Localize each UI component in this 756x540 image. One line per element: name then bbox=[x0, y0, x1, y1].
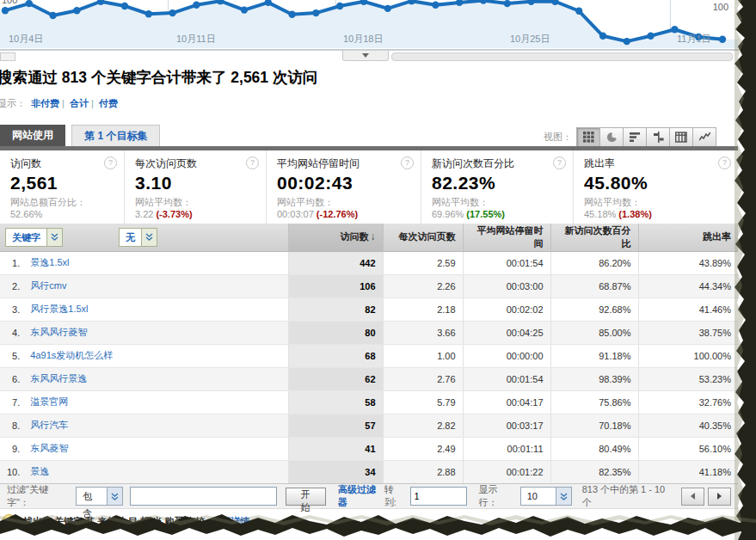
pie-chart-icon bbox=[606, 132, 618, 143]
metric-value: 45.80% bbox=[584, 173, 729, 193]
keyword-link[interactable]: 风行景逸1.5xl bbox=[30, 304, 88, 314]
x-axis-tick-label: 11月1日 bbox=[677, 33, 711, 46]
new-visits-cell: 85.00% bbox=[550, 321, 638, 344]
visits-cell: 80 bbox=[288, 321, 383, 344]
dimension-dropdown-label: 关键字 bbox=[6, 229, 46, 246]
comparison-view-button[interactable] bbox=[646, 127, 670, 147]
show-option-total[interactable]: 合计 bbox=[70, 98, 89, 108]
match-type-select[interactable]: 包含 bbox=[76, 487, 123, 506]
show-option-nonpaid[interactable]: 非付费 bbox=[31, 98, 59, 108]
learn-more-link[interactable]: 了解详情 bbox=[212, 515, 249, 528]
bounce-rate-cell: 41.18% bbox=[638, 460, 738, 483]
bounce-rate-cell: 44.34% bbox=[638, 274, 738, 298]
pages-per-visit-cell: 2.82 bbox=[383, 414, 463, 437]
keyword-link[interactable]: 东风风行菱智 bbox=[30, 327, 87, 337]
goto-label: 转到: bbox=[384, 483, 405, 509]
row-rank: 1. bbox=[0, 251, 23, 274]
pages-per-visit-cell: 2.76 bbox=[383, 367, 463, 390]
performance-view-button[interactable] bbox=[623, 127, 647, 147]
metric-label: 每次访问页数 bbox=[135, 156, 257, 171]
help-icon[interactable]: ? bbox=[718, 156, 731, 169]
avg-time-cell: 00:01:54 bbox=[463, 367, 550, 390]
keyword-link[interactable]: 景逸 bbox=[30, 466, 49, 476]
avg-time-cell: 00:03:00 bbox=[463, 274, 550, 298]
percentage-view-button[interactable] bbox=[599, 127, 624, 147]
help-icon[interactable]: ? bbox=[246, 156, 259, 169]
show-option-paid[interactable]: 付费 bbox=[99, 98, 118, 108]
help-icon[interactable]: ? bbox=[553, 156, 566, 169]
trend-view-button[interactable] bbox=[692, 127, 716, 147]
tab-site-usage[interactable]: 网站使用 bbox=[0, 125, 65, 146]
chart-scrollbar-track[interactable] bbox=[391, 52, 733, 61]
metric-delta: (1.38%) bbox=[618, 209, 652, 219]
keyword-cell: 风行景逸1.5xl bbox=[23, 298, 288, 321]
new-visits-cell: 86.20% bbox=[550, 251, 638, 274]
keyword-link[interactable]: 东风风行景逸 bbox=[30, 373, 87, 384]
visits-trend-chart[interactable]: 100 100 10月4日10月11日10月18日10月25日11月1日 bbox=[0, 0, 756, 50]
column-header-avg-time[interactable]: 平均网站停留时间 bbox=[463, 224, 550, 251]
goto-page-input[interactable] bbox=[410, 487, 467, 506]
filter-keyword-input[interactable] bbox=[130, 487, 277, 506]
table-row: 5. 4a91s发动机怎么样 68 1.00 00:00:00 91.18% 1… bbox=[0, 344, 738, 367]
metric-value: 2,561 bbox=[10, 173, 115, 193]
table-row: 2. 风行cmv 106 2.26 00:03:00 68.87% 44.34% bbox=[0, 274, 738, 298]
advanced-filter-link[interactable]: 高级过滤器 bbox=[338, 483, 384, 509]
bounce-rate-cell: 38.75% bbox=[638, 321, 738, 344]
row-rank: 10. bbox=[0, 460, 23, 483]
secondary-dimension-dropdown[interactable]: 无 bbox=[119, 228, 157, 247]
keyword-link[interactable]: 景逸1.5xl bbox=[30, 257, 69, 267]
column-header-pages-per-visit[interactable]: 每次访问页数 bbox=[383, 224, 463, 251]
keyword-cell: 景逸 bbox=[23, 460, 288, 483]
keyword-link[interactable]: 溢景官网 bbox=[30, 396, 68, 407]
bounce-rate-cell: 40.35% bbox=[638, 414, 738, 437]
avg-time-cell: 00:01:54 bbox=[463, 251, 550, 274]
chart-collapse-button[interactable] bbox=[342, 51, 389, 61]
new-visits-cell: 80.49% bbox=[550, 437, 638, 460]
pages-per-visit-cell: 5.79 bbox=[383, 390, 463, 414]
help-icon[interactable]: ? bbox=[401, 156, 414, 169]
metric-delta: (-3.73%) bbox=[156, 209, 192, 219]
metric-bounce-rate: 跳出率 ? 45.80% 网站平均数：45.18%(1.38%) bbox=[574, 150, 738, 224]
keyword-link[interactable]: 风行汽车 bbox=[30, 420, 68, 430]
keyword-link[interactable]: 风行cmv bbox=[30, 280, 66, 291]
pages-per-visit-cell: 2.88 bbox=[383, 460, 463, 483]
column-header-bounce-rate[interactable]: 跳出率 bbox=[638, 224, 738, 251]
metric-sub-value: 00:03:07 bbox=[277, 209, 314, 219]
x-axis-tick-label: 10月4日 bbox=[9, 33, 43, 46]
table-row: 4. 东风风行菱智 80 3.66 00:04:25 85.00% 38.75% bbox=[0, 321, 738, 344]
help-icon[interactable]: ? bbox=[104, 156, 117, 169]
row-rank: 3. bbox=[0, 298, 23, 321]
chart-scrollbar-thumb[interactable] bbox=[0, 52, 15, 61]
visits-cell: 57 bbox=[288, 414, 383, 437]
avg-time-cell: 00:04:17 bbox=[463, 390, 550, 414]
metric-avg-time-on-site: 平均网站停留时间 ? 00:02:43 网站平均数：00:03:07(-12.7… bbox=[267, 150, 421, 224]
keyword-cell: 4a91s发动机怎么样 bbox=[23, 344, 288, 367]
avg-time-cell: 00:01:11 bbox=[463, 437, 550, 460]
column-header-new-visits[interactable]: 新访问次数百分比 bbox=[550, 224, 638, 251]
pivot-view-button[interactable] bbox=[669, 127, 693, 147]
pivot-table-icon bbox=[675, 132, 687, 143]
keyword-link[interactable]: 4a91s发动机怎么样 bbox=[30, 350, 113, 360]
column-header-visits[interactable]: 访问数↓ bbox=[288, 224, 383, 251]
table-view-button[interactable] bbox=[576, 127, 600, 147]
start-filter-button[interactable]: 开始 bbox=[286, 488, 326, 506]
rows-per-page-select[interactable]: 10 bbox=[520, 487, 572, 506]
next-page-button[interactable] bbox=[708, 488, 731, 506]
chevron-double-down-icon bbox=[141, 229, 157, 246]
keyword-cell: 东风菱智 bbox=[23, 437, 288, 460]
analytics-report-page: 100 100 10月4日10月11日10月18日10月25日11月1日 搜索通… bbox=[0, 0, 756, 540]
dimension-dropdown[interactable]: 关键字 bbox=[5, 228, 63, 247]
new-visits-cell: 75.86% bbox=[550, 390, 638, 414]
tab-goal-set-1[interactable]: 第 1 个目标集 bbox=[71, 125, 160, 146]
row-rank: 2. bbox=[0, 274, 23, 298]
previous-page-button[interactable] bbox=[681, 488, 704, 506]
chevron-double-down-icon bbox=[46, 229, 62, 246]
show-label: 显示： bbox=[0, 98, 26, 108]
sparkline-icon bbox=[699, 132, 710, 143]
metric-pages-per-visit: 每次访问页数 ? 3.10 网站平均数：3.22(-3.73%) bbox=[125, 150, 267, 224]
table-row: 1. 景逸1.5xl 442 2.59 00:01:54 86.20% 43.8… bbox=[0, 251, 738, 274]
keyword-link[interactable]: 东风菱智 bbox=[30, 443, 68, 453]
divider: | bbox=[91, 98, 94, 108]
pages-per-visit-cell: 2.59 bbox=[383, 251, 463, 274]
metric-new-visits-pct: 新访问次数百分比 ? 82.23% 网站平均数：69.96%(17.55%) bbox=[421, 150, 574, 224]
